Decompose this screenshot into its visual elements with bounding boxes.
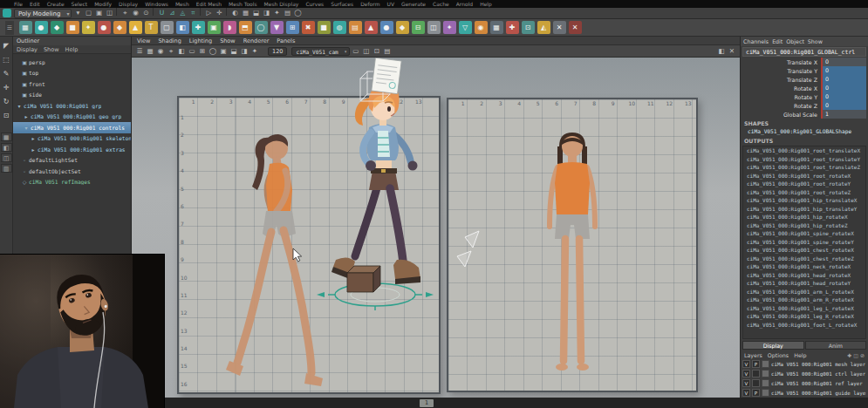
shelf-tool-icon[interactable]: ▤	[349, 21, 362, 34]
shelf-tool-icon[interactable]: ◧	[176, 21, 189, 34]
viewport-toolbar-icon[interactable]: ✦	[249, 45, 260, 57]
status-icon[interactable]: ▣	[93, 8, 104, 18]
output-node-row[interactable]: ciMa_V051_000:Rig001_neck_rotateX	[743, 262, 865, 271]
frame-field[interactable]: 120	[268, 47, 287, 56]
shelf-tool-icon[interactable]: ●	[35, 21, 48, 34]
layer-playback-toggle[interactable]	[752, 379, 760, 387]
shelf-tool-icon[interactable]: ⊡	[522, 21, 535, 34]
viewport-toolbar-icon[interactable]: ◯	[208, 45, 218, 57]
shelf-tool-icon[interactable]: ▽	[459, 21, 472, 34]
menu-item[interactable]: Select	[68, 0, 92, 8]
layer-color-swatch[interactable]	[762, 360, 769, 368]
tool-icon[interactable]: ↻	[1, 96, 12, 107]
status-icon[interactable]: ⌖	[120, 8, 130, 18]
output-node-row[interactable]: ciMa_V051_000:Rig001_hip_rotateZ	[743, 221, 865, 230]
status-icon[interactable]: ▷	[203, 8, 214, 18]
selected-node-name[interactable]: ciMa_V051_000:Rig001_GLOBAL_ctrl	[742, 47, 866, 57]
viewport-menu-item[interactable]: Lighting	[189, 37, 212, 44]
layer-editor-tab[interactable]: Anim	[805, 341, 867, 350]
shelf-tool-icon[interactable]: ▢	[161, 21, 174, 34]
viewport-menu-item[interactable]: Panels	[277, 37, 295, 44]
output-node-row[interactable]: ciMa_V051_000:Rig001_head_rotateY	[743, 279, 865, 288]
viewport-toolbar-icon[interactable]: ▦	[145, 45, 155, 57]
output-node-row[interactable]: ciMa_V051_000:Rig001_spine_rotateX	[743, 229, 865, 238]
outliner-item[interactable]: ▸ ciMa_V051_000:Rig001_extras	[13, 144, 131, 155]
shelf-tool-icon[interactable]: ▲	[129, 21, 142, 34]
menu-item[interactable]: Mesh Tools	[225, 0, 260, 8]
layer-menu-item[interactable]: Help	[794, 352, 806, 358]
viewport-toolbar-icon[interactable]: ▭	[351, 45, 361, 57]
layer-visibility-toggle[interactable]: V	[742, 360, 750, 368]
viewport-toolbar-icon[interactable]: ⌖	[166, 45, 176, 57]
shelf-tool-icon[interactable]: ▦	[490, 21, 503, 34]
shelf-tool-icon[interactable]: ▲	[365, 21, 378, 34]
outliner-menu-item[interactable]: Show	[44, 45, 59, 53]
viewport-menu-item[interactable]: Shading	[158, 37, 181, 44]
viewport-menu-item[interactable]: View	[137, 37, 150, 44]
viewport-toolbar-icon[interactable]: ⬓	[229, 45, 239, 57]
outliner-item[interactable]: ▣ persp	[13, 57, 131, 68]
shelf-tool-icon[interactable]: ◫	[427, 21, 441, 34]
menu-item[interactable]: Mesh	[172, 0, 193, 8]
shelf-tool-icon[interactable]: ▦	[19, 21, 32, 34]
output-node-row[interactable]: ciMa_V051_000:Rig001_root_translateX	[743, 146, 865, 155]
menu-item[interactable]: Cache	[429, 0, 453, 8]
status-icon[interactable]: ▢	[83, 8, 93, 18]
viewport-toolbar-icon[interactable]: ◨	[239, 45, 249, 57]
viewport-toolbar-icon[interactable]: ⊡	[372, 45, 382, 57]
layer-row[interactable]: V P ciMa_V051_000:Rig001_guide_layer	[741, 388, 868, 398]
status-icon[interactable]: ⬓	[250, 8, 261, 18]
channel-value[interactable]: 0	[821, 66, 866, 75]
output-node-row[interactable]: ciMa_V051_000:Rig001_arm_R_rotateX	[743, 296, 865, 304]
shelf-tool-icon[interactable]: ▼	[270, 21, 284, 34]
shelf-tool-icon[interactable]: ●	[98, 21, 111, 34]
viewport-toolbar-icon[interactable]: ▣	[218, 45, 229, 57]
channel-value[interactable]: 0	[821, 84, 866, 92]
layout-preset-icon[interactable]: ◧	[1, 143, 12, 152]
status-icon[interactable]	[200, 8, 202, 16]
output-node-row[interactable]: ciMa_V051_000:Rig001_hip_rotateX	[743, 213, 865, 221]
output-node-row[interactable]: ciMa_V051_000:Rig001_chest_rotateX	[743, 246, 865, 255]
status-icon[interactable]: U	[156, 8, 167, 18]
tool-icon[interactable]: ✎	[1, 68, 12, 79]
output-node-row[interactable]: ciMa_V051_000:Rig001_chest_rotateZ	[743, 255, 865, 263]
status-icon[interactable]: ⌗	[188, 8, 198, 18]
output-node-row[interactable]: ciMa_V051_000:Rig001_hip_translateX	[743, 196, 865, 205]
viewport-toolbar-icon[interactable]: ◫	[361, 45, 372, 57]
menu-set-dropdown[interactable]: Poly Modeling	[14, 9, 72, 18]
outliner-item[interactable]: ▣ top	[13, 68, 131, 79]
shelf-tool-icon[interactable]: ⊞	[286, 21, 299, 34]
output-node-row[interactable]: ciMa_V051_000:Rig001_leg_R_rotateX	[743, 312, 865, 321]
layer-menu-item[interactable]: Layers	[744, 352, 762, 358]
layer-editor-icon[interactable]: ◫	[853, 352, 858, 358]
viewport-menu-item[interactable]: Renderer	[243, 37, 270, 44]
outliner-item[interactable]: ▸ ciMa_V051_000:Rig001_skeleton	[13, 133, 131, 145]
channel-value[interactable]: 0	[821, 75, 866, 84]
output-node-row[interactable]: ciMa_V051_000:Rig001_root_rotateY	[743, 180, 865, 188]
shelf-tool-icon[interactable]: ●	[380, 21, 393, 34]
status-icon[interactable]: ⊿	[167, 8, 177, 18]
menu-item[interactable]: Deform	[357, 0, 383, 8]
viewport-panel[interactable]: ViewShadingLightingShowRendererPanels ☰▦…	[132, 37, 740, 398]
menu-item[interactable]: Display	[115, 0, 141, 8]
outliner-item[interactable]: ▣ side	[13, 90, 131, 101]
output-node-row[interactable]: ciMa_V051_000:Rig001_root_translateZ	[743, 163, 865, 172]
menu-item[interactable]: Generate	[398, 0, 429, 8]
shelf-tool-icon[interactable]: ✕	[553, 21, 566, 34]
shelf-tool-icon[interactable]: ✦	[82, 21, 95, 34]
channel-box-menu-item[interactable]: Channels	[743, 38, 769, 44]
status-icon[interactable]: ▤	[282, 8, 292, 18]
layer-editor-icon[interactable]: ✚	[847, 352, 851, 358]
layer-color-swatch[interactable]	[762, 389, 769, 397]
output-node-row[interactable]: ciMa_V051_000:Rig001_root_translateY	[743, 155, 865, 164]
shelf-tool-icon[interactable]: ✖	[302, 21, 315, 34]
outliner-item[interactable]: ▾ ciMa_V051_000:Rig001_grp	[13, 100, 131, 112]
outliner-menu-item[interactable]: Help	[65, 45, 79, 53]
status-icon[interactable]: ◫	[104, 8, 114, 18]
status-icon[interactable]: ◬	[177, 8, 188, 18]
menu-item[interactable]: Arnold	[453, 0, 476, 8]
menu-item[interactable]: UV	[384, 0, 399, 8]
camera-dropdown[interactable]: ciMa_V051_cam	[291, 47, 349, 56]
layer-editor-tab[interactable]: Display	[742, 341, 804, 350]
viewport-canvas[interactable]: 12345678910111213 1234567891011121314151…	[132, 58, 740, 398]
